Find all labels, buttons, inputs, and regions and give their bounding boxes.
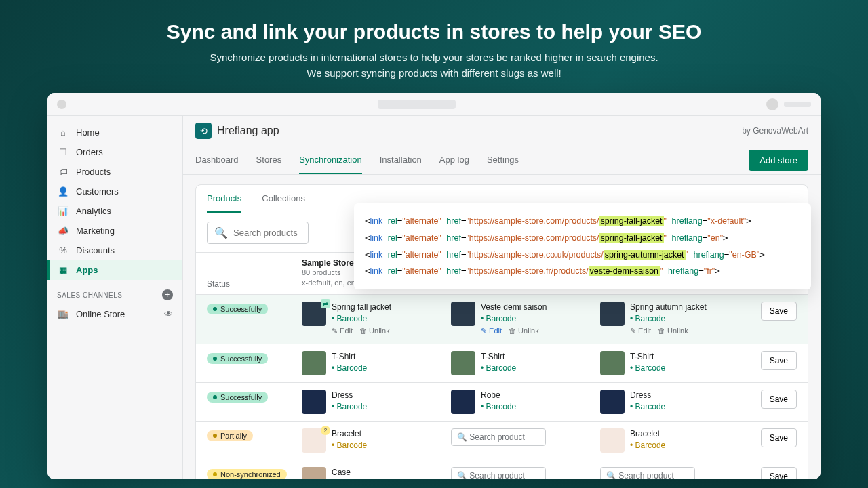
sales-channels-header: SALES CHANNELS+ (47, 280, 182, 304)
tab-settings[interactable]: Settings (487, 146, 519, 174)
titlebar-search[interactable] (378, 100, 456, 109)
product-thumb (302, 390, 326, 414)
barcode-label: Barcode (630, 313, 707, 325)
product-name: Robe (481, 390, 516, 401)
app-vendor: by GenovaWebArt (742, 126, 808, 136)
sidebar-item-discounts[interactable]: %Discounts (47, 241, 182, 260)
product-thumb (451, 302, 475, 326)
product-thumb (302, 351, 326, 375)
megaphone-icon: 📣 (57, 226, 69, 236)
sidebar-item-analytics[interactable]: 📊Analytics (47, 201, 182, 221)
search-icon: 🔍 (214, 226, 228, 239)
table-row: SuccessfullyDressBarcodeRobeBarcodeDress… (196, 383, 808, 422)
table-row: Non-synchronizedCaseBarcode🔍 Search prod… (196, 460, 808, 479)
status-badge: Non-synchronized (207, 469, 287, 479)
barcode-label: Barcode (630, 363, 665, 374)
sidebar-item-apps[interactable]: ▦Apps (47, 260, 182, 280)
app-logo-icon: ⟲ (195, 123, 212, 139)
table-row: Successfully⇄Spring fall jacketBarcode✎ … (196, 295, 808, 344)
add-store-button[interactable]: Add store (749, 150, 808, 171)
table-row: SuccessfullyT-ShirtBarcodeT-ShirtBarcode… (196, 344, 808, 383)
titlebar-avatar[interactable] (766, 98, 811, 110)
edit-button[interactable]: ✎ Edit (630, 326, 651, 336)
unlink-button[interactable]: 🗑 Unlink (658, 326, 688, 336)
product-thumb (451, 390, 475, 414)
apps-icon: ▦ (57, 265, 69, 275)
chart-icon: 📊 (57, 206, 69, 216)
sidebar-item-marketing[interactable]: 📣Marketing (47, 221, 182, 241)
hero-line2: We support syncing products with differe… (0, 66, 868, 81)
sidebar: ⌂Home ☐Orders 🏷Products 👤Customers 📊Anal… (47, 116, 183, 479)
hreflang-code-preview: <link rel="alternate" href="https://samp… (354, 203, 811, 289)
search-products[interactable]: 🔍 (207, 222, 309, 244)
status-badge: Successfully (207, 392, 268, 403)
count-badge: 2 (321, 426, 330, 435)
barcode-label: Barcode (332, 363, 367, 374)
search-product-input[interactable]: 🔍 Search product (451, 467, 546, 479)
status-header: Status (207, 279, 302, 289)
add-channel-button[interactable]: + (162, 289, 173, 300)
tab-app-log[interactable]: App log (439, 146, 469, 174)
save-button[interactable]: Save (761, 302, 797, 321)
product-name: Bracelet (332, 428, 367, 440)
tab-dashboard[interactable]: Dashboard (195, 146, 239, 174)
person-icon: 👤 (57, 186, 69, 197)
unlink-button[interactable]: 🗑 Unlink (509, 326, 539, 336)
sidebar-item-online-store[interactable]: 🏬Online Store👁 (47, 304, 182, 324)
hero-title: Sync and link your products in stores to… (0, 20, 868, 43)
barcode-label: Barcode (630, 440, 665, 451)
sidebar-item-customers[interactable]: 👤Customers (47, 182, 182, 201)
tab-stores[interactable]: Stores (256, 146, 282, 174)
product-name: T-Shirt (630, 351, 665, 363)
search-product-input[interactable]: 🔍 Search product (600, 467, 695, 479)
table-row: Partially2BraceletBarcode🔍 Search produc… (196, 422, 808, 460)
product-thumb (600, 390, 625, 414)
orders-icon: ☐ (57, 147, 69, 157)
product-thumb (600, 428, 625, 453)
tag-icon: 🏷 (57, 167, 69, 177)
sidebar-item-orders[interactable]: ☐Orders (47, 142, 182, 162)
barcode-label: Barcode (332, 440, 367, 451)
sidebar-item-home[interactable]: ⌂Home (47, 123, 182, 142)
tab-installation[interactable]: Installation (380, 146, 422, 174)
store-icon: 🏬 (57, 309, 69, 319)
product-thumb (302, 467, 326, 479)
product-name: Case (332, 467, 367, 479)
status-badge: Partially (207, 430, 253, 441)
titlebar (47, 93, 821, 116)
save-button[interactable]: Save (761, 390, 797, 409)
panel-tab-products[interactable]: Products (207, 185, 241, 213)
save-button[interactable]: Save (761, 467, 797, 479)
product-name: T-Shirt (481, 351, 516, 363)
save-button[interactable]: Save (761, 351, 797, 370)
status-badge: Successfully (207, 304, 268, 314)
home-icon: ⌂ (57, 127, 69, 138)
search-input[interactable] (233, 228, 301, 238)
search-product-input[interactable]: 🔍 Search product (451, 428, 546, 446)
product-thumb (600, 351, 625, 375)
barcode-label: Barcode (481, 313, 547, 325)
product-name: Dress (332, 390, 367, 401)
edit-button[interactable]: ✎ Edit (481, 326, 502, 336)
save-button[interactable]: Save (761, 428, 797, 447)
sidebar-item-products[interactable]: 🏷Products (47, 162, 182, 182)
tab-synchronization[interactable]: Synchronization (299, 146, 362, 174)
status-badge: Successfully (207, 353, 268, 364)
barcode-label: Barcode (481, 363, 516, 374)
unlink-button[interactable]: 🗑 Unlink (359, 326, 390, 336)
edit-button[interactable]: ✎ Edit (332, 326, 353, 336)
product-name: Dress (630, 390, 665, 401)
app-title: ⟲ Hreflang app (195, 123, 279, 139)
product-thumb: ⇄ (302, 302, 326, 326)
product-thumb (600, 302, 625, 326)
panel-tab-collections[interactable]: Collections (262, 185, 305, 213)
product-thumb: 2 (302, 428, 326, 453)
product-thumb (451, 351, 475, 375)
product-name: T-Shirt (332, 351, 367, 363)
barcode-label: Barcode (332, 401, 367, 413)
barcode-label: Barcode (332, 479, 367, 479)
sync-icon: ⇄ (321, 299, 330, 308)
product-name: Spring autumn jacket (630, 302, 707, 313)
eye-icon[interactable]: 👁 (164, 309, 173, 319)
app-window: ⌂Home ☐Orders 🏷Products 👤Customers 📊Anal… (47, 93, 821, 479)
